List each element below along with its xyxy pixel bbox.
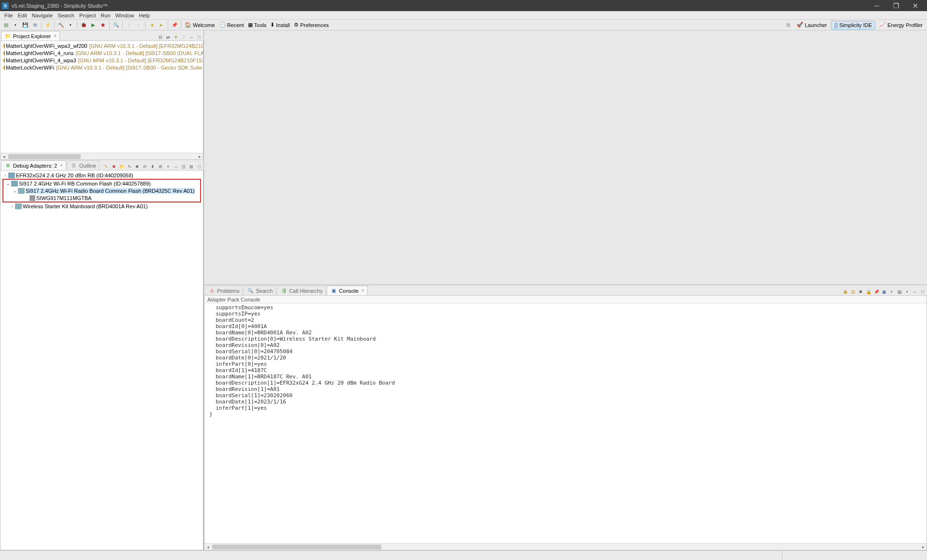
adapter-child-item[interactable]: ⌄ Si917 2.4GHz Wi-Fi Radio Board Common … [3,187,200,194]
tab-console[interactable]: ▣ Console × [327,286,367,295]
collapse-all-icon[interactable]: ⊟ [157,34,164,41]
tool-icon[interactable]: ✖ [111,163,117,170]
open-perspective-icon[interactable]: ⊞ [784,21,792,29]
debug-adapters-tree[interactable]: › EFR32xG24 2.4 GHz 20 dBm RB (ID:440209… [0,171,203,211]
back-icon[interactable]: ◄ [148,21,156,29]
adapter-child-item[interactable]: › Wireless Starter Kit Mainboard (BRD400… [0,202,203,210]
tab-debug-adapters[interactable]: ⚙ Debug Adapters: 2 × [1,160,66,170]
close-tab-icon[interactable]: × [60,163,63,168]
debug-icon[interactable]: 🐞 [80,21,87,29]
project-item[interactable]: › MatterLightOverWiFi_4_wpa3 [GNU ARM v1… [0,57,203,64]
console-tool-icon[interactable]: ▤ [850,288,856,295]
new-icon[interactable]: ▤ [2,21,10,29]
collapse-icon[interactable]: ⌄ [5,181,11,186]
expand-icon[interactable]: › [2,173,8,178]
tool-icon[interactable]: ⊡ [180,163,187,170]
tab-outline[interactable]: ☰ Outline [67,160,100,170]
tool-icon[interactable]: ✎ [126,163,133,170]
save-icon[interactable]: 💾 [21,21,29,29]
scrollbar-thumb[interactable] [8,154,81,159]
scroll-left-icon[interactable]: ◂ [0,154,7,159]
collapse-icon[interactable]: ⌄ [12,188,18,193]
welcome-link[interactable]: 🏠Welcome [183,21,217,29]
console-pin-icon[interactable]: 📌 [873,288,880,295]
tools-link[interactable]: ▦Tools [246,21,269,29]
minimize-view-icon[interactable]: ─ [188,34,195,41]
adapter-chip-item[interactable]: SIWG917M111MGTBA [3,194,200,201]
expand-icon[interactable]: › [9,204,15,209]
tool-icon[interactable]: 📁 [118,163,125,170]
menu-window[interactable]: Window [113,13,136,18]
build-icon[interactable]: 🔨 [57,21,65,29]
tool-icon[interactable]: ⟳ [142,163,148,170]
next-annotation-icon[interactable]: ↓ [125,21,133,29]
menu-edit[interactable]: Edit [15,13,29,18]
project-tree[interactable]: › MatterLightOverWiFi_wpa3_wf200 [GNU AR… [0,41,203,72]
perspective-simplicity-ide[interactable]: {}Simplicity IDE [831,21,875,29]
project-item[interactable]: › MatterLightOverWiFi_4_runs [GNU ARM v1… [0,49,203,57]
menu-navigate[interactable]: Navigate [29,13,55,18]
menu-run[interactable]: Run [98,13,113,18]
scroll-left-icon[interactable]: ◂ [204,545,211,549]
perspective-launcher[interactable]: 🚀Launcher [794,21,830,29]
console-scroll-lock-icon[interactable]: 🔒 [865,288,872,295]
perspective-energy-profiler[interactable]: 📈Energy Profiler [876,21,926,29]
view-menu-icon[interactable]: ⋮ [180,34,187,41]
console-new-icon[interactable]: ▤ [896,288,903,295]
save-all-icon[interactable]: ⧉ [31,21,39,29]
project-item[interactable]: › MatterLockOverWiFi [GNU ARM v10.3.1 - … [0,64,203,71]
tool-icon[interactable]: ⬆ [149,163,156,170]
run-icon[interactable]: ▶ [89,21,97,29]
menu-file[interactable]: File [2,13,15,18]
console-display-icon[interactable]: ▣ [881,288,887,295]
recent-link[interactable]: 🕘Recent [217,21,246,29]
adapter-item[interactable]: › EFR32xG24 2.4 GHz 20 dBm RB (ID:440209… [0,172,203,179]
link-editor-icon[interactable]: ⇄ [165,34,172,41]
close-tab-icon[interactable]: × [362,288,364,293]
maximize-view-icon[interactable]: □ [919,288,926,295]
minimize-view-icon[interactable]: ─ [173,163,179,170]
pin-icon[interactable]: 📌 [171,21,178,29]
search-icon[interactable]: 🔍 [112,21,120,29]
tool-icon[interactable]: ✖ [134,163,141,170]
tool-dropdown-icon[interactable]: ▾ [165,163,172,170]
console-dropdown-icon[interactable]: ▾ [888,288,895,295]
close-tab-icon[interactable]: × [54,33,57,39]
tab-call-hierarchy[interactable]: ⇶ Call Hierarchy [277,286,326,295]
scroll-right-icon[interactable]: ▸ [920,545,927,549]
install-link[interactable]: ⬇Install [268,21,292,29]
new-dropdown-icon[interactable]: ▾ [12,21,19,29]
menu-search[interactable]: Search [55,13,77,18]
tab-problems[interactable]: ⚠ Problems [205,286,243,295]
flash-icon[interactable]: ⚡ [44,21,52,29]
prev-annotation-icon[interactable]: ↑ [135,21,143,29]
tab-search[interactable]: 🔍 Search [244,286,276,295]
menu-help[interactable]: Help [137,13,153,18]
project-item[interactable]: › MatterLightOverWiFi_wpa3_wf200 [GNU AR… [0,42,203,49]
minimize-button[interactable]: ─ [867,0,886,11]
maximize-view-icon[interactable]: □ [196,34,203,41]
tool-gear-icon[interactable]: ⚙ [157,163,164,170]
menu-project[interactable]: Project [77,13,98,18]
console-title: Adapter Pack Console [204,296,927,303]
tool-icon[interactable]: ✎ [103,163,110,170]
preferences-link[interactable]: ⚙Preferences [292,21,331,29]
console-clear-icon[interactable]: ✖ [857,288,864,295]
console-dropdown2-icon[interactable]: ▾ [904,288,911,295]
tool-icon[interactable]: ⊞ [188,163,195,170]
filter-icon[interactable]: ▼ [173,34,179,41]
console-output[interactable]: supportsEmucom=yes supportsIP=yes boardC… [204,303,927,543]
maximize-button[interactable]: ❐ [886,0,906,11]
title-bar: S v5.rel.Staging_2380 - Simplicity Studi… [0,0,927,11]
scrollbar-thumb[interactable] [212,545,381,549]
tab-project-explorer[interactable]: 📁 Project Explorer × [1,31,60,41]
adapter-item[interactable]: ⌄ Si917 2.4GHz Wi-Fi RB Common Flash (ID… [3,180,200,187]
scroll-right-icon[interactable]: ▸ [196,154,203,159]
close-button[interactable]: ✕ [906,0,925,11]
forward-icon[interactable]: ► [158,21,165,29]
build-dropdown-icon[interactable]: ▾ [67,21,74,29]
profile-icon[interactable]: ⏺ [99,21,107,29]
console-tool-icon[interactable]: ▣ [842,288,849,295]
maximize-view-icon[interactable]: □ [196,163,203,170]
minimize-view-icon[interactable]: ─ [912,288,918,295]
